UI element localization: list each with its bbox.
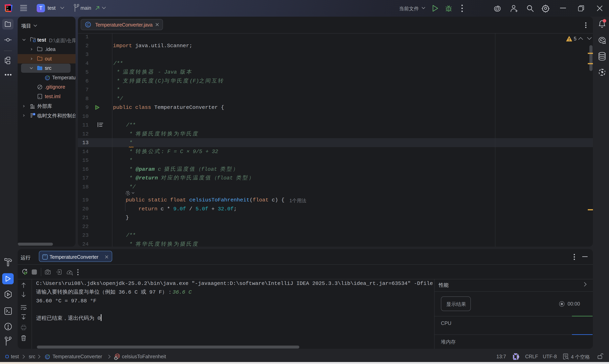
svg-text:C: C [86,22,90,27]
svg-text:C: C [46,76,49,80]
svg-text:C: C [46,355,49,359]
svg-text:IJ: IJ [7,6,8,8]
